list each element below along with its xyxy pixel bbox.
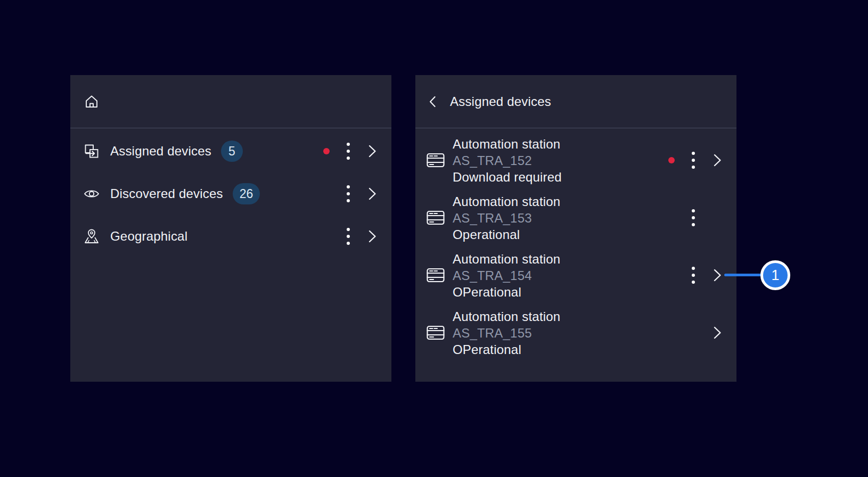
- device-row-as-tra-155[interactable]: Automation station AS_TRA_155 OPerationa…: [415, 304, 736, 361]
- nav-row-controls: [323, 143, 378, 160]
- nav-item-discovered-devices[interactable]: Discovered devices 26: [70, 172, 391, 215]
- chevron-right-icon[interactable]: [367, 186, 378, 201]
- device-row-as-tra-153[interactable]: Automation station AS_TRA_153 Operationa…: [415, 189, 736, 246]
- assigned-devices-panel: Assigned devices Automation station AS_T…: [415, 75, 736, 382]
- device-type: Automation station: [453, 308, 560, 325]
- kebab-menu-button[interactable]: [343, 228, 353, 245]
- count-badge: 26: [233, 183, 260, 204]
- nav-row-controls: [323, 185, 378, 202]
- assigned-devices-icon: [83, 143, 100, 160]
- kebab-menu-button[interactable]: [343, 185, 353, 202]
- device-name: AS_TRA_155: [453, 325, 560, 341]
- automation-station-icon: [426, 267, 445, 284]
- count-badge: 5: [221, 141, 243, 162]
- device-row-controls: [668, 152, 723, 169]
- device-name: AS_TRA_153: [453, 210, 560, 226]
- back-button[interactable]: [428, 95, 439, 109]
- device-row-controls: [668, 267, 723, 284]
- nav-item-assigned-devices[interactable]: Assigned devices 5: [70, 130, 391, 172]
- geographical-icon: [83, 228, 100, 245]
- device-status: Operational: [453, 226, 560, 243]
- chevron-right-icon[interactable]: [712, 325, 723, 340]
- callout-connector-line: [724, 274, 763, 276]
- nav-item-label: Assigned devices: [110, 144, 211, 159]
- home-icon[interactable]: [83, 93, 100, 110]
- automation-station-icon: [426, 152, 445, 169]
- chevron-right-icon[interactable]: [712, 153, 723, 168]
- alert-dot: [323, 148, 330, 154]
- alert-dot: [668, 157, 675, 163]
- automation-station-icon: [426, 324, 445, 341]
- discovered-devices-icon: [83, 185, 100, 202]
- device-row-as-tra-152[interactable]: Automation station AS_TRA_152 Download r…: [415, 131, 736, 189]
- right-panel-header: Assigned devices: [415, 75, 736, 128]
- panel-title: Assigned devices: [450, 94, 551, 109]
- nav-row-controls: [323, 228, 378, 245]
- nav-item-label: Discovered devices: [110, 186, 223, 201]
- nav-item-geographical[interactable]: Geographical: [70, 215, 391, 258]
- device-nav-panel: Assigned devices 5 Discovered devices 26: [70, 75, 391, 382]
- kebab-menu-button[interactable]: [689, 209, 698, 226]
- device-row-controls: [668, 324, 723, 341]
- kebab-menu-button[interactable]: [689, 152, 698, 169]
- callout-label: 1: [771, 267, 779, 284]
- callout-badge-1: 1: [760, 260, 790, 290]
- device-type: Automation station: [453, 193, 560, 210]
- device-name: AS_TRA_152: [453, 152, 562, 169]
- kebab-menu-button[interactable]: [689, 267, 698, 284]
- device-type: Automation station: [453, 136, 562, 152]
- chevron-right-icon[interactable]: [712, 268, 723, 283]
- device-row-controls: [668, 209, 723, 226]
- device-status: OPerational: [453, 284, 560, 300]
- chevron-right-icon[interactable]: [367, 144, 378, 159]
- automation-station-icon: [426, 209, 445, 226]
- nav-item-label: Geographical: [110, 229, 187, 244]
- left-panel-header: [70, 75, 391, 128]
- device-name: AS_TRA_154: [453, 267, 560, 284]
- nav-list: Assigned devices 5 Discovered devices 26: [70, 128, 391, 258]
- device-row-as-tra-154[interactable]: Automation station AS_TRA_154 OPerationa…: [415, 246, 736, 304]
- device-status: OPerational: [453, 341, 560, 358]
- device-type: Automation station: [453, 251, 560, 267]
- device-status: Download required: [453, 169, 562, 185]
- chevron-right-icon[interactable]: [367, 229, 378, 244]
- device-list: Automation station AS_TRA_152 Download r…: [415, 128, 736, 361]
- kebab-menu-button[interactable]: [343, 143, 353, 160]
